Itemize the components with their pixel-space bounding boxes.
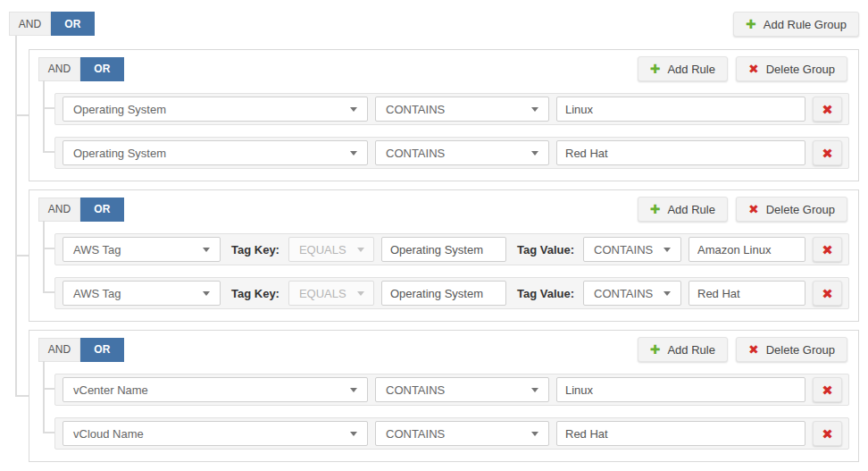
delete-rule-button[interactable]: ✖ bbox=[813, 237, 842, 262]
operator-dropdown[interactable]: CONTAINS bbox=[375, 140, 549, 165]
delete-group-button[interactable]: ✖ Delete Group bbox=[736, 337, 847, 362]
delete-rule-button[interactable]: ✖ bbox=[813, 421, 842, 446]
delete-group-label: Delete Group bbox=[766, 203, 835, 216]
caret-down-icon bbox=[357, 248, 364, 252]
rule-group-2: AND OR ✚ Add Rule ✖ Delete Group AWS bbox=[29, 189, 859, 322]
field-dropdown-value: AWS Tag bbox=[73, 287, 121, 300]
group-header-buttons: ✚ Add Rule ✖ Delete Group bbox=[638, 56, 849, 81]
caret-down-icon bbox=[664, 248, 671, 252]
add-rule-label: Add Rule bbox=[667, 203, 714, 216]
rule-row: AWS Tag Tag Key: EQUALS Tag Value: CONTA… bbox=[54, 277, 849, 309]
tree-connector bbox=[43, 291, 54, 293]
tag-key-input[interactable] bbox=[381, 281, 506, 306]
operator-dropdown[interactable]: CONTAINS bbox=[375, 421, 549, 446]
group-and-button[interactable]: AND bbox=[38, 57, 80, 81]
group-andor-toggle: AND OR bbox=[38, 57, 124, 81]
caret-down-icon bbox=[664, 291, 671, 296]
delete-rule-button[interactable]: ✖ bbox=[813, 281, 842, 306]
value-input[interactable] bbox=[689, 237, 805, 262]
group-header: AND OR ✚ Add Rule ✖ Delete Group bbox=[38, 337, 849, 362]
caret-down-icon bbox=[531, 151, 538, 156]
add-rule-button[interactable]: ✚ Add Rule bbox=[638, 197, 728, 222]
caret-down-icon bbox=[203, 248, 210, 252]
value-input[interactable] bbox=[556, 97, 805, 122]
x-icon: ✖ bbox=[748, 63, 759, 75]
tag-key-label: Tag Key: bbox=[231, 243, 280, 257]
group-header-buttons: ✚ Add Rule ✖ Delete Group bbox=[638, 197, 849, 222]
tag-value-operator-dropdown[interactable]: CONTAINS bbox=[583, 237, 681, 262]
rule-row: vCloud Name CONTAINS ✖ bbox=[54, 417, 849, 450]
group-or-button[interactable]: OR bbox=[80, 338, 124, 362]
operator-dropdown[interactable]: CONTAINS bbox=[375, 97, 549, 122]
plus-icon: ✚ bbox=[746, 18, 756, 30]
add-rule-button[interactable]: ✚ Add Rule bbox=[638, 56, 728, 81]
x-icon: ✖ bbox=[748, 343, 759, 356]
rule-group-3: AND OR ✚ Add Rule ✖ Delete Group vCen bbox=[29, 330, 859, 462]
tree-connector bbox=[43, 248, 54, 249]
value-input[interactable] bbox=[556, 377, 805, 402]
add-rule-label: Add Rule bbox=[667, 63, 714, 76]
tag-key-input[interactable] bbox=[381, 237, 506, 262]
add-rule-group-label: Add Rule Group bbox=[764, 18, 847, 31]
x-icon: ✖ bbox=[822, 147, 833, 160]
tree-connector bbox=[15, 114, 29, 116]
tag-key-operator-value: EQUALS bbox=[299, 287, 346, 300]
top-bar: AND OR ✚ Add Rule Group bbox=[0, 0, 868, 36]
rule-row: Operating System CONTAINS ✖ bbox=[54, 93, 849, 125]
root-or-button[interactable]: OR bbox=[51, 12, 95, 36]
value-input[interactable] bbox=[556, 421, 805, 446]
tag-key-operator-value: EQUALS bbox=[299, 243, 346, 257]
field-dropdown[interactable]: AWS Tag bbox=[63, 237, 221, 262]
group-header: AND OR ✚ Add Rule ✖ Delete Group bbox=[38, 197, 849, 222]
field-dropdown-value: Operating System bbox=[73, 103, 166, 116]
tag-key-label: Tag Key: bbox=[231, 287, 280, 300]
x-icon: ✖ bbox=[822, 287, 833, 300]
field-dropdown[interactable]: Operating System bbox=[63, 97, 368, 122]
add-rule-button[interactable]: ✚ Add Rule bbox=[638, 337, 728, 362]
delete-group-button[interactable]: ✖ Delete Group bbox=[736, 56, 847, 81]
caret-down-icon bbox=[203, 291, 210, 296]
x-icon: ✖ bbox=[748, 203, 759, 215]
add-rule-group-button[interactable]: ✚ Add Rule Group bbox=[733, 12, 859, 37]
field-dropdown[interactable]: vCloud Name bbox=[63, 421, 368, 446]
tree-connector bbox=[15, 255, 29, 257]
operator-dropdown-value: CONTAINS bbox=[386, 427, 445, 441]
rule-row: vCenter Name CONTAINS ✖ bbox=[54, 374, 849, 406]
group-or-button[interactable]: OR bbox=[80, 57, 124, 81]
value-input[interactable] bbox=[689, 281, 805, 306]
field-dropdown[interactable]: AWS Tag bbox=[63, 281, 221, 306]
x-icon: ✖ bbox=[822, 427, 833, 441]
plus-icon: ✚ bbox=[650, 203, 661, 215]
field-dropdown[interactable]: vCenter Name bbox=[63, 377, 368, 402]
caret-down-icon bbox=[531, 388, 538, 392]
delete-rule-button[interactable]: ✖ bbox=[813, 377, 842, 402]
group-and-button[interactable]: AND bbox=[38, 198, 80, 222]
plus-icon: ✚ bbox=[650, 63, 661, 75]
tree-connector bbox=[43, 221, 45, 292]
caret-down-icon bbox=[531, 107, 538, 112]
rule-group-1: AND OR ✚ Add Rule ✖ Delete Group Oper bbox=[29, 49, 859, 181]
rule-row: AWS Tag Tag Key: EQUALS Tag Value: CONTA… bbox=[54, 233, 849, 265]
tag-value-operator-dropdown[interactable]: CONTAINS bbox=[583, 281, 681, 306]
x-icon: ✖ bbox=[822, 103, 833, 116]
field-dropdown-value: vCenter Name bbox=[73, 383, 148, 397]
field-dropdown[interactable]: Operating System bbox=[63, 140, 368, 165]
caret-down-icon bbox=[350, 432, 357, 436]
tree-connector bbox=[43, 107, 54, 109]
operator-dropdown[interactable]: CONTAINS bbox=[375, 377, 549, 402]
root-and-button[interactable]: AND bbox=[9, 12, 51, 36]
group-or-button[interactable]: OR bbox=[80, 198, 124, 222]
tag-value-label: Tag Value: bbox=[517, 287, 574, 300]
delete-group-button[interactable]: ✖ Delete Group bbox=[736, 197, 847, 222]
delete-rule-button[interactable]: ✖ bbox=[813, 140, 842, 165]
caret-down-icon bbox=[531, 432, 538, 436]
delete-group-label: Delete Group bbox=[766, 343, 835, 357]
operator-dropdown-value: CONTAINS bbox=[386, 103, 445, 116]
group-and-button[interactable]: AND bbox=[38, 338, 80, 362]
tag-value-label: Tag Value: bbox=[517, 243, 574, 257]
tag-key-operator-dropdown: EQUALS bbox=[288, 237, 374, 262]
value-input[interactable] bbox=[556, 140, 805, 165]
caret-down-icon bbox=[350, 107, 357, 112]
delete-rule-button[interactable]: ✖ bbox=[813, 97, 842, 122]
delete-group-label: Delete Group bbox=[766, 63, 835, 76]
